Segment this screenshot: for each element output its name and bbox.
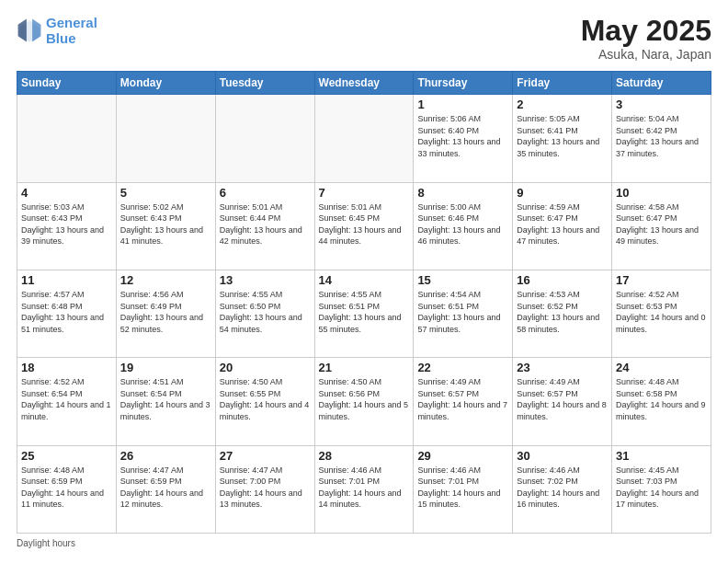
- day-info: Sunrise: 4:48 AM Sunset: 6:58 PM Dayligh…: [616, 376, 707, 422]
- day-number: 6: [220, 186, 311, 200]
- day-cell: 4Sunrise: 5:03 AM Sunset: 6:43 PM Daylig…: [17, 182, 117, 270]
- day-number: 11: [21, 273, 112, 287]
- day-info: Sunrise: 4:53 AM Sunset: 6:52 PM Dayligh…: [517, 289, 608, 335]
- footer-note: Daylight hours: [17, 538, 711, 548]
- day-cell: 23Sunrise: 4:49 AM Sunset: 6:57 PM Dayli…: [513, 358, 612, 445]
- day-cell: 18Sunrise: 4:52 AM Sunset: 6:54 PM Dayli…: [17, 358, 117, 445]
- day-info: Sunrise: 5:06 AM Sunset: 6:40 PM Dayligh…: [417, 113, 508, 159]
- day-cell: 2Sunrise: 5:05 AM Sunset: 6:41 PM Daylig…: [513, 95, 612, 182]
- day-cell: 11Sunrise: 4:57 AM Sunset: 6:48 PM Dayli…: [17, 270, 117, 357]
- day-number: 13: [220, 273, 311, 287]
- week-row-0: 1Sunrise: 5:06 AM Sunset: 6:40 PM Daylig…: [17, 95, 711, 182]
- day-cell: 22Sunrise: 4:49 AM Sunset: 6:57 PM Dayli…: [414, 358, 513, 445]
- col-header-thursday: Thursday: [414, 72, 513, 95]
- day-number: 28: [319, 449, 410, 463]
- day-number: 24: [616, 361, 707, 374]
- day-cell: 15Sunrise: 4:54 AM Sunset: 6:51 PM Dayli…: [414, 270, 513, 357]
- day-info: Sunrise: 5:00 AM Sunset: 6:46 PM Dayligh…: [417, 201, 508, 247]
- week-row-3: 18Sunrise: 4:52 AM Sunset: 6:54 PM Dayli…: [17, 358, 711, 445]
- day-number: 20: [220, 361, 311, 374]
- day-number: 12: [120, 273, 211, 287]
- header: General Blue May 2025 Asuka, Nara, Japan: [17, 15, 711, 62]
- day-number: 1: [417, 98, 508, 111]
- day-cell: [314, 95, 414, 182]
- day-number: 5: [120, 186, 211, 200]
- day-number: 17: [616, 273, 707, 287]
- day-number: 16: [517, 273, 608, 287]
- month-title: May 2025: [581, 15, 711, 47]
- day-cell: 16Sunrise: 4:53 AM Sunset: 6:52 PM Dayli…: [513, 270, 612, 357]
- day-number: 10: [616, 186, 707, 200]
- day-cell: 6Sunrise: 5:01 AM Sunset: 6:44 PM Daylig…: [215, 182, 314, 270]
- calendar-header-row: SundayMondayTuesdayWednesdayThursdayFrid…: [17, 72, 711, 95]
- logo-blue: Blue: [46, 30, 76, 46]
- col-header-monday: Monday: [116, 72, 215, 95]
- day-number: 30: [517, 449, 608, 463]
- day-info: Sunrise: 5:04 AM Sunset: 6:42 PM Dayligh…: [616, 113, 707, 159]
- week-row-4: 25Sunrise: 4:48 AM Sunset: 6:59 PM Dayli…: [17, 445, 711, 533]
- day-cell: 26Sunrise: 4:47 AM Sunset: 6:59 PM Dayli…: [116, 445, 215, 533]
- col-header-sunday: Sunday: [17, 72, 117, 95]
- day-info: Sunrise: 4:47 AM Sunset: 6:59 PM Dayligh…: [120, 465, 211, 511]
- day-info: Sunrise: 4:50 AM Sunset: 6:56 PM Dayligh…: [319, 376, 410, 422]
- day-info: Sunrise: 5:01 AM Sunset: 6:45 PM Dayligh…: [319, 201, 410, 247]
- day-info: Sunrise: 4:57 AM Sunset: 6:48 PM Dayligh…: [21, 289, 112, 335]
- day-cell: 25Sunrise: 4:48 AM Sunset: 6:59 PM Dayli…: [17, 445, 117, 533]
- day-info: Sunrise: 4:55 AM Sunset: 6:50 PM Dayligh…: [220, 289, 311, 335]
- day-number: 22: [417, 361, 508, 374]
- day-number: 25: [21, 449, 112, 463]
- day-info: Sunrise: 4:52 AM Sunset: 6:54 PM Dayligh…: [21, 376, 112, 422]
- day-info: Sunrise: 4:56 AM Sunset: 6:49 PM Dayligh…: [120, 289, 211, 335]
- col-header-friday: Friday: [513, 72, 612, 95]
- day-info: Sunrise: 4:48 AM Sunset: 6:59 PM Dayligh…: [21, 465, 112, 511]
- day-number: 3: [616, 98, 707, 111]
- day-number: 19: [120, 361, 211, 374]
- day-number: 29: [417, 449, 508, 463]
- day-info: Sunrise: 5:05 AM Sunset: 6:41 PM Dayligh…: [517, 113, 608, 159]
- day-info: Sunrise: 4:50 AM Sunset: 6:55 PM Dayligh…: [220, 376, 311, 422]
- svg-marker-2: [18, 19, 27, 42]
- logo-text: General Blue: [46, 15, 97, 47]
- calendar-table: SundayMondayTuesdayWednesdayThursdayFrid…: [17, 71, 711, 534]
- day-cell: 30Sunrise: 4:46 AM Sunset: 7:02 PM Dayli…: [513, 445, 612, 533]
- day-number: 31: [616, 449, 707, 463]
- day-number: 2: [517, 98, 608, 111]
- day-info: Sunrise: 4:58 AM Sunset: 6:47 PM Dayligh…: [616, 201, 707, 247]
- day-cell: 19Sunrise: 4:51 AM Sunset: 6:54 PM Dayli…: [116, 358, 215, 445]
- day-info: Sunrise: 4:52 AM Sunset: 6:53 PM Dayligh…: [616, 289, 707, 335]
- day-number: 4: [21, 186, 112, 200]
- day-info: Sunrise: 5:01 AM Sunset: 6:44 PM Dayligh…: [220, 201, 311, 247]
- day-cell: 31Sunrise: 4:45 AM Sunset: 7:03 PM Dayli…: [612, 445, 711, 533]
- day-info: Sunrise: 4:59 AM Sunset: 6:47 PM Dayligh…: [517, 201, 608, 247]
- day-info: Sunrise: 4:46 AM Sunset: 7:02 PM Dayligh…: [517, 465, 608, 511]
- col-header-saturday: Saturday: [612, 72, 711, 95]
- logo-icon: [17, 17, 42, 43]
- day-number: 9: [517, 186, 608, 200]
- day-cell: 27Sunrise: 4:47 AM Sunset: 7:00 PM Dayli…: [215, 445, 314, 533]
- day-info: Sunrise: 4:45 AM Sunset: 7:03 PM Dayligh…: [616, 465, 707, 511]
- day-number: 8: [417, 186, 508, 200]
- day-info: Sunrise: 4:46 AM Sunset: 7:01 PM Dayligh…: [319, 465, 410, 511]
- day-cell: 8Sunrise: 5:00 AM Sunset: 6:46 PM Daylig…: [414, 182, 513, 270]
- day-info: Sunrise: 4:49 AM Sunset: 6:57 PM Dayligh…: [417, 376, 508, 422]
- col-header-wednesday: Wednesday: [314, 72, 414, 95]
- day-info: Sunrise: 4:55 AM Sunset: 6:51 PM Dayligh…: [319, 289, 410, 335]
- day-number: 18: [21, 361, 112, 374]
- location: Asuka, Nara, Japan: [581, 47, 711, 62]
- day-cell: 28Sunrise: 4:46 AM Sunset: 7:01 PM Dayli…: [314, 445, 414, 533]
- day-cell: 29Sunrise: 4:46 AM Sunset: 7:01 PM Dayli…: [414, 445, 513, 533]
- day-number: 23: [517, 361, 608, 374]
- day-number: 7: [319, 186, 410, 200]
- day-cell: 20Sunrise: 4:50 AM Sunset: 6:55 PM Dayli…: [215, 358, 314, 445]
- day-cell: 5Sunrise: 5:02 AM Sunset: 6:43 PM Daylig…: [116, 182, 215, 270]
- day-number: 15: [417, 273, 508, 287]
- day-cell: [17, 95, 117, 182]
- day-cell: 10Sunrise: 4:58 AM Sunset: 6:47 PM Dayli…: [612, 182, 711, 270]
- week-row-1: 4Sunrise: 5:03 AM Sunset: 6:43 PM Daylig…: [17, 182, 711, 270]
- week-row-2: 11Sunrise: 4:57 AM Sunset: 6:48 PM Dayli…: [17, 270, 711, 357]
- day-info: Sunrise: 4:46 AM Sunset: 7:01 PM Dayligh…: [417, 465, 508, 511]
- day-cell: 1Sunrise: 5:06 AM Sunset: 6:40 PM Daylig…: [414, 95, 513, 182]
- day-number: 27: [220, 449, 311, 463]
- day-cell: 7Sunrise: 5:01 AM Sunset: 6:45 PM Daylig…: [314, 182, 414, 270]
- day-info: Sunrise: 4:54 AM Sunset: 6:51 PM Dayligh…: [417, 289, 508, 335]
